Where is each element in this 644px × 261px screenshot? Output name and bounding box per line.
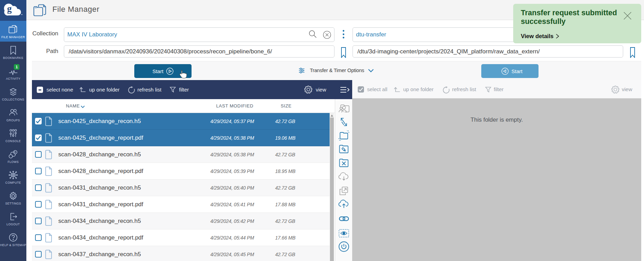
svg-text:g: g <box>7 3 12 14</box>
